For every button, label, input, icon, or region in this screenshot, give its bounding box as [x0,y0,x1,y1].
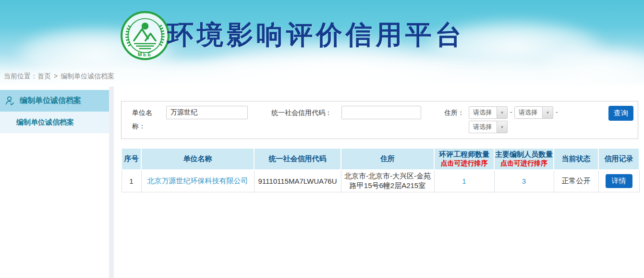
chevron-down-icon[interactable]: ▼ [497,121,508,133]
search-panel: 单位名称： 统一社会信用代码： 住所： 请选择 ▼ - 请选择 ▼ - 请选择 … [121,101,638,139]
sort-hint[interactable]: 点击可进行排序 [495,159,553,168]
table-row: 1 北京万源世纪环保科技有限公司 91110115MA7LWUA76U 北京市-… [122,170,639,192]
address-dash: - [510,108,512,116]
sidebar-subitem-label: 编制单位诚信档案 [16,118,74,127]
results-table: 序号 单位名称 统一社会信用代码 住所 环评工程师数量 点击可进行排序 主要编制… [121,148,640,192]
company-name-link[interactable]: 北京万源世纪环保科技有限公司 [147,177,248,185]
page-title: 环境影响评价信用平台 [167,17,465,53]
breadcrumb-current-link[interactable]: 编制单位诚信档案 [61,72,114,80]
district-select-value: 请选择 [469,121,497,133]
staff-count-link[interactable]: 3 [522,177,526,185]
status-cell: 正常公开 [554,170,598,192]
logo-text: MEE [138,52,152,57]
sort-hint[interactable]: 点击可进行排序 [435,159,494,168]
company-name-label: 单位名称： [132,106,165,119]
col-header-company: 单位名称 [141,148,254,170]
sidebar-divider [109,87,114,278]
sidebar-subitem-credit-archive[interactable]: 编制单位诚信档案 [0,112,109,133]
sidebar-item-label: 编制单位诚信档案 [20,96,81,106]
col-header-status: 当前状态 [554,148,598,170]
col-header-index: 序号 [122,148,141,170]
credit-code-cell: 91110115MA7LWUA76U [254,170,341,192]
address-dash: - [556,108,558,116]
credit-code-input[interactable] [341,106,421,119]
row-index-cell: 1 [122,170,141,192]
detail-button[interactable]: 详情 [606,174,632,188]
breadcrumb: 当前位置：首页>编制单位诚信档案 [4,72,114,81]
address-label: 住所： [444,106,464,119]
province-select[interactable]: 请选择 ▼ [469,106,508,119]
chevron-down-icon[interactable]: ▼ [543,106,553,119]
col-header-address: 住所 [341,148,434,170]
credit-code-label: 统一社会信用代码： [271,106,332,119]
col-header-engineers[interactable]: 环评工程师数量 点击可进行排序 [434,148,494,170]
district-select[interactable]: 请选择 ▼ [469,121,508,133]
sidebar-item-credit-archive[interactable]: 编制单位诚信档案 [0,90,109,112]
engineer-count-link[interactable]: 1 [462,177,466,185]
col-header-credit-record: 信用记录 [598,148,639,170]
col-header-code: 统一社会信用代码 [254,148,341,170]
address-cell: 北京市-北京市-大兴区-金苑路甲15号6幢2层A215室 [341,170,434,192]
company-name-input[interactable] [166,106,248,119]
city-select[interactable]: 请选择 ▼ [514,106,553,119]
breadcrumb-home-link[interactable]: 首页 [37,72,51,80]
table-header-row: 序号 单位名称 统一社会信用代码 住所 环评工程师数量 点击可进行排序 主要编制… [122,148,639,170]
query-button[interactable]: 查询 [608,106,633,121]
chevron-down-icon[interactable]: ▼ [497,106,508,119]
city-select-value: 请选择 [514,106,543,119]
province-select-value: 请选择 [469,106,497,119]
mee-logo-icon: MEE [120,11,170,61]
user-check-icon [4,95,15,106]
col-header-staff[interactable]: 主要编制人员数量 点击可进行排序 [494,148,554,170]
breadcrumb-separator: > [54,72,58,80]
breadcrumb-prefix: 当前位置： [4,72,37,80]
